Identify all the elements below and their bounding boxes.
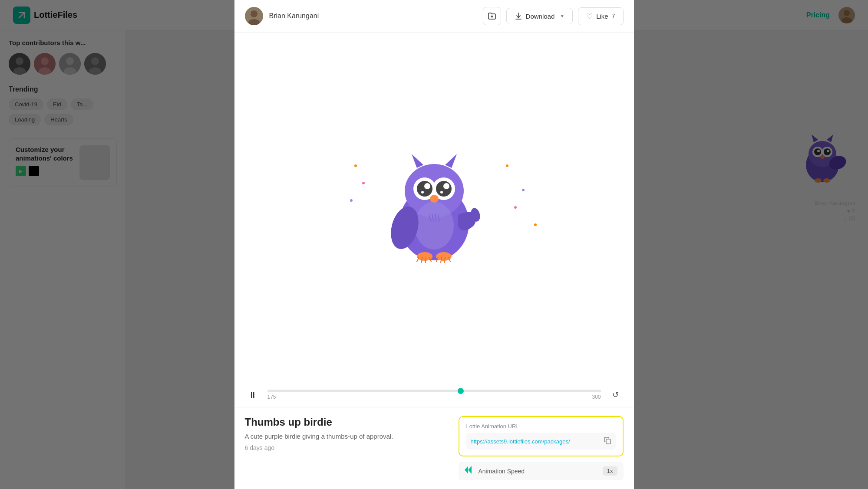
scatter-dot: [522, 189, 525, 191]
url-label: Lottie Animation URL: [466, 423, 616, 430]
svg-rect-50: [606, 439, 611, 444]
timeline-start: 175: [267, 394, 276, 400]
animation-date: 6 days ago: [245, 444, 448, 451]
timeline-end: 300: [592, 394, 601, 400]
info-section: Thumbs up birdie A cute purple birdie gi…: [234, 407, 634, 489]
animation-description: A cute purple birdie giving a thumbs-up …: [245, 433, 448, 440]
modal-dialog: Brian Karungani Download ▼ ♡ Like: [234, 0, 634, 489]
download-dropdown-arrow: ▼: [560, 13, 564, 19]
timeline-container: 175 300: [267, 390, 601, 400]
like-count: 7: [612, 13, 615, 20]
url-box: Lottie Animation URL https://assets9.lot…: [459, 416, 624, 456]
play-pause-button[interactable]: ⏸: [245, 387, 261, 403]
timeline-progress: [267, 390, 461, 392]
svg-point-38: [417, 181, 432, 197]
owl-animation: [373, 141, 495, 271]
scatter-dot: [534, 223, 537, 226]
download-label: Download: [526, 13, 555, 20]
svg-marker-52: [468, 466, 472, 474]
like-button[interactable]: ♡ Like 7: [578, 7, 623, 25]
modal-header: Brian Karungani Download ▼ ♡ Like: [234, 0, 634, 33]
speed-icon: [465, 466, 474, 476]
animation-url-panel: Lottie Animation URL https://assets9.lot…: [459, 416, 624, 480]
svg-point-44: [430, 195, 439, 203]
like-label: Like: [596, 13, 608, 20]
timeline-track[interactable]: [267, 390, 601, 392]
heart-icon: ♡: [586, 12, 593, 21]
animation-title: Thumbs up birdie: [245, 416, 448, 428]
save-to-folder-button[interactable]: [483, 7, 501, 25]
svg-point-40: [424, 183, 430, 189]
svg-point-30: [251, 10, 257, 17]
scatter-dot: [350, 199, 353, 202]
animation-info: Thumbs up birdie A cute purple birdie gi…: [245, 416, 448, 480]
scatter-dot: [514, 206, 517, 209]
url-input-row: https://assets9.lottiefiles.com/packages…: [466, 433, 616, 450]
svg-point-43: [440, 191, 443, 194]
modal-header-actions: Download ▼ ♡ Like 7: [483, 7, 624, 25]
svg-point-45: [415, 202, 454, 249]
speed-label: Animation Speed: [479, 468, 598, 475]
animation-area: [234, 33, 634, 380]
svg-marker-35: [445, 154, 457, 168]
scatter-dot: [354, 164, 357, 167]
modal-user-avatar[interactable]: [245, 7, 263, 25]
replay-button[interactable]: ↺: [608, 387, 624, 403]
copy-url-button[interactable]: [604, 436, 611, 446]
download-button[interactable]: Download ▼: [506, 8, 573, 24]
timeline-thumb[interactable]: [458, 388, 464, 394]
scatter-dot: [506, 164, 508, 167]
speed-box: Animation Speed 1x: [459, 462, 624, 480]
svg-point-39: [436, 181, 452, 197]
url-text: https://assets9.lottiefiles.com/packages…: [471, 438, 600, 445]
playback-bar: ⏸ 175 300 ↺: [234, 380, 634, 407]
timeline-labels: 175 300: [267, 394, 601, 400]
svg-point-42: [421, 191, 424, 194]
svg-marker-34: [412, 154, 423, 168]
svg-marker-51: [465, 466, 468, 474]
svg-point-41: [443, 183, 449, 189]
scatter-dot: [362, 182, 365, 184]
modal-username: Brian Karungani: [269, 12, 319, 20]
speed-value: 1x: [603, 466, 617, 476]
